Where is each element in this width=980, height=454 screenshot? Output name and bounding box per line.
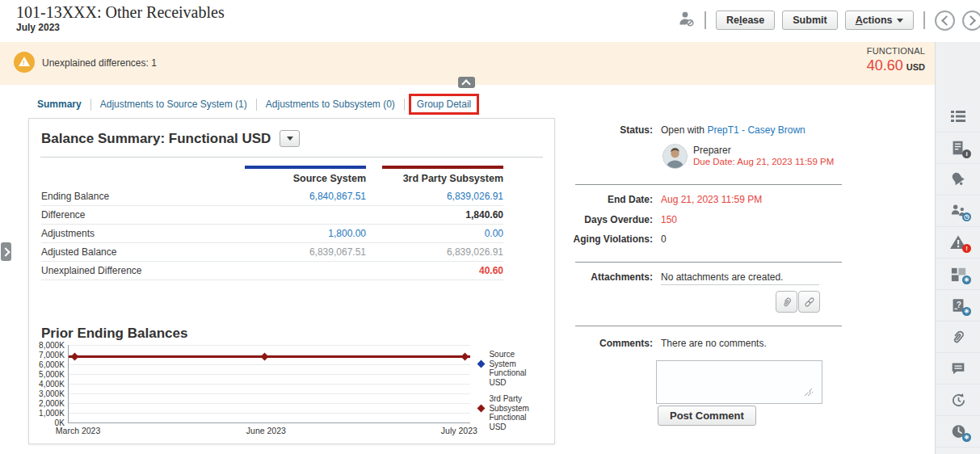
rail-task-list-button[interactable] — [936, 101, 980, 132]
divider — [575, 326, 842, 326]
rail-summary-tiles-button[interactable]: ✳ — [936, 259, 980, 290]
unexplained-amount: 40.60USD — [867, 57, 925, 74]
data-point-march[interactable] — [70, 353, 78, 361]
x-tick: June 2023 — [246, 426, 286, 435]
balance-summary-title-row: Balance Summary: Functional USD — [41, 130, 300, 147]
chevron-right-icon — [966, 15, 977, 26]
row-label: Adjusted Balance — [41, 246, 229, 258]
currency-code: USD — [906, 62, 925, 72]
rail-alerts-button[interactable] — [936, 164, 980, 195]
tab-adjustments-source-system[interactable]: Adjustments to Source System (1) — [91, 99, 256, 110]
table-row-adjusted-balance: Adjusted Balance 6,839,067.51 6,839,026.… — [41, 243, 503, 262]
role-label: Preparer — [693, 145, 731, 156]
days-overdue-label: Days Overdue: — [566, 214, 661, 225]
balance-summary-dropdown-button[interactable] — [280, 130, 300, 147]
preparer-avatar[interactable] — [662, 144, 688, 169]
balance-summary-title: Balance Summary: Functional USD — [41, 131, 271, 147]
adjustments-source-link[interactable]: 1,800.00 — [245, 228, 366, 239]
x-tick: March 2023 — [56, 426, 100, 435]
balance-summary-card: Balance Summary: Functional USD Source S… — [28, 118, 555, 444]
tab-group-detail[interactable]: Group Detail — [417, 99, 471, 110]
paperclip-icon — [949, 328, 967, 346]
header-divider — [705, 11, 706, 29]
expand-left-panel-button[interactable] — [1, 242, 11, 261]
legend-label: Source System Functional USD — [489, 350, 539, 387]
add-attachment-button[interactable] — [776, 291, 797, 313]
status-prefix: Open with — [661, 124, 707, 136]
rail-workflow-button[interactable]: ◷ — [936, 195, 980, 227]
column-3rd-party-subsystem: 3rd Party Subsystem — [382, 166, 503, 184]
submit-button[interactable]: Submit — [782, 11, 837, 30]
caret-down-icon — [897, 19, 903, 23]
comment-input[interactable] — [656, 360, 822, 404]
data-point-june[interactable] — [260, 353, 268, 361]
release-button[interactable]: Release — [716, 11, 775, 30]
status-label: Status: — [566, 124, 661, 136]
user-blocked-icon — [677, 10, 695, 31]
status-panel: Status: Open with PrepT1 - Casey Brown P… — [566, 118, 844, 441]
row-label: Adjustments — [41, 228, 229, 239]
resize-handle[interactable] — [805, 388, 813, 396]
rail-comments-button[interactable] — [936, 353, 980, 385]
add-link-button[interactable] — [798, 291, 820, 313]
legend-subsystem: 3rd Party Subsystem Functional USD — [478, 394, 549, 431]
attachments-empty-text: No attachments are created. — [661, 271, 783, 283]
submit-label: Submit — [793, 15, 826, 26]
y-tick: 5,000K — [39, 370, 65, 379]
assignee-link[interactable]: PrepT1 - Casey Brown — [707, 124, 805, 136]
rail-attachments-button[interactable] — [936, 322, 980, 353]
subsystem-series-line — [69, 355, 471, 358]
chart-legend: Source System Functional USD 3rd Party S… — [470, 345, 549, 439]
gear-badge: ✳ — [962, 275, 971, 284]
blue-diamond-icon — [477, 360, 486, 368]
tab-adjustments-subsystem[interactable]: Adjustments to Subsystem (0) — [257, 99, 404, 110]
chart-plot-area: March 2023 June 2023 July 2023 — [68, 345, 471, 423]
ending-balance-subsystem-link[interactable]: 6,839,026.91 — [382, 191, 503, 202]
release-label: Re — [726, 15, 739, 26]
paperclip-icon — [780, 296, 793, 309]
chevron-up-icon — [461, 79, 470, 88]
list-icon — [948, 107, 968, 126]
actions-label-mnemonic: A — [856, 15, 863, 26]
unexplained-subsystem-value: 40.60 — [382, 265, 503, 276]
warning-icon: ! — [14, 52, 35, 73]
rail-warnings-button[interactable]: ! — [936, 227, 980, 259]
y-tick: 1,000K — [39, 409, 65, 418]
status-badge: ✳ — [962, 307, 971, 316]
currency-type-label: FUNCTIONAL — [867, 46, 925, 56]
rail-report-info-button[interactable]: i — [936, 132, 980, 164]
ending-balance-source-link[interactable]: 6,840,867.51 — [245, 191, 366, 202]
divider — [575, 184, 842, 185]
rail-time-button[interactable]: ✳ — [936, 416, 980, 448]
table-row-adjustments: Adjustments 1,800.00 0.00 — [41, 225, 503, 243]
previous-button[interactable] — [935, 11, 955, 31]
release-label-post: ease — [742, 15, 764, 26]
rail-history-button[interactable] — [936, 385, 980, 416]
row-label: Difference — [41, 209, 229, 221]
tab-summary[interactable]: Summary — [28, 99, 90, 110]
actions-label-post: ctions — [863, 15, 893, 26]
divider — [575, 262, 842, 263]
unexplained-differences-text: Unexplained differences: 1 — [42, 57, 157, 69]
rail-questions-button[interactable]: ? ✳ — [936, 290, 980, 322]
table-row-unexplained-difference: Unexplained Difference 40.60 — [41, 262, 503, 280]
alert-badge: ! — [962, 244, 971, 253]
y-tick: 7,000K — [39, 351, 65, 359]
attachments-divider — [661, 284, 819, 285]
y-tick: 2,000K — [39, 399, 65, 408]
comment-bubble-icon — [949, 359, 967, 377]
title-divider — [40, 157, 543, 158]
data-point-july[interactable] — [461, 353, 469, 361]
legend-source-system: Source System Functional USD — [478, 350, 549, 387]
chart-y-axis: 8,000K 7,000K 6,000K 5,000K 4,000K 3,000… — [36, 345, 68, 422]
attachments-row: Attachments: No attachments are created. — [566, 271, 844, 283]
actions-button[interactable]: Actions — [845, 11, 915, 30]
chevron-left-icon — [942, 15, 953, 26]
next-button[interactable] — [962, 11, 980, 31]
adjustments-subsystem-link[interactable]: 0.00 — [382, 228, 503, 239]
attachments-label: Attachments: — [566, 271, 661, 283]
collapse-banner-button[interactable] — [458, 77, 475, 88]
post-comment-button[interactable]: Post Comment — [658, 406, 756, 426]
aging-violations-row: Aging Violations: 0 — [566, 233, 844, 245]
balance-indicator: FUNCTIONAL 40.60USD — [867, 46, 925, 74]
